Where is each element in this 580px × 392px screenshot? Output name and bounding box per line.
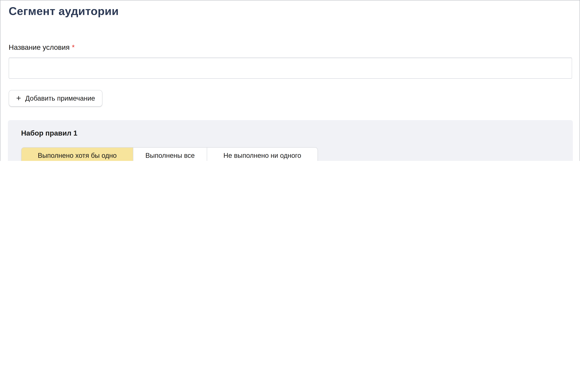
condition-name-label: Название условия* [9,43,75,52]
match-mode-tabs: Выполнено хотя бы одно Выполнены все Не … [21,147,318,161]
condition-name-input[interactable] [9,58,572,79]
required-asterisk: * [72,43,75,51]
add-note-button-label: Добавить примечание [25,94,95,102]
rule-set-title: Набор правил 1 [21,129,77,137]
segment-editor-page: Сегмент аудитории Название условия* + До… [0,0,580,161]
tab-match-none[interactable]: Не выполнено ни одного [207,148,317,161]
rule-set-panel: Набор правил 1 Выполнено хотя бы одно Вы… [8,120,573,161]
tab-match-any[interactable]: Выполнено хотя бы одно [21,148,133,161]
page-title: Сегмент аудитории [9,5,119,18]
plus-icon: + [16,94,21,103]
condition-name-label-text: Название условия [9,43,70,51]
tab-match-all[interactable]: Выполнены все [133,148,207,161]
add-note-button[interactable]: + Добавить примечание [9,90,103,107]
